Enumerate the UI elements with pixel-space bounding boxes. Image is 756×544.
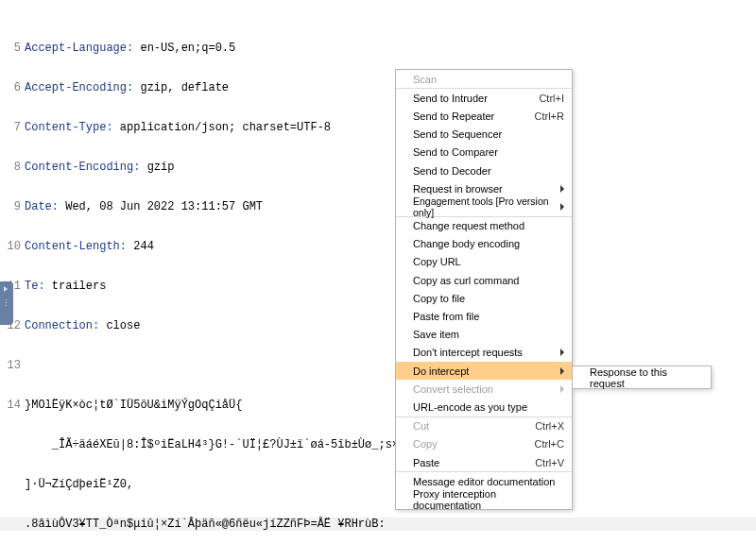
chevron-right-icon <box>560 203 564 211</box>
menu-item-send-comparer[interactable]: Send to Comparer <box>396 144 572 162</box>
line-code: ]·Ü¬ZíÇdþeiË¹Z0, <box>25 478 133 491</box>
menu-item-scan[interactable]: Scan <box>396 70 572 88</box>
shortcut-label: Ctrl+R <box>535 110 564 122</box>
chevron-right-icon <box>4 286 8 292</box>
line-code: Content-Type: application/json; charset=… <box>25 121 331 134</box>
menu-item-copy[interactable]: CopyCtrl+C <box>396 435 572 453</box>
menu-item-send-repeater[interactable]: Send to RepeaterCtrl+R <box>396 107 572 125</box>
editor-line: 5Accept-Language: en-US,en;q=0.5 <box>0 42 756 55</box>
menu-item-save-item[interactable]: Save item <box>396 326 572 344</box>
menu-item-change-request-method[interactable]: Change request method <box>396 217 572 235</box>
editor-line: 14}MOlËÿK×òc¦tØ`IÜ5öU&iMÿÝgOqÇiåÜ{ <box>0 399 756 412</box>
line-code: Connection: close <box>25 319 140 332</box>
editor-line: 8Content-Encoding: gzip <box>0 161 756 174</box>
menu-item-paste-from-file[interactable]: Paste from file <box>396 307 572 325</box>
editor-line-highlighted: .8âìùÔV3¥TT_Òªn$μiû¦×Zí`Âþäñ«@6ñëu«jíZZñ… <box>0 518 756 531</box>
menu-item-change-body-encoding[interactable]: Change body encoding <box>396 235 572 253</box>
line-number: 8 <box>0 161 25 174</box>
context-menu: Scan Send to IntruderCtrl+I Send to Repe… <box>395 69 573 510</box>
line-number: 5 <box>0 42 25 55</box>
menu-item-proxy-docs[interactable]: Proxy interception documentation <box>396 490 572 508</box>
menu-item-dont-intercept[interactable]: Don't intercept requests <box>396 344 572 362</box>
shortcut-label: Ctrl+V <box>535 457 564 468</box>
http-message-editor[interactable]: 5Accept-Language: en-US,en;q=0.5 6Accept… <box>0 0 756 544</box>
menu-item-paste[interactable]: PasteCtrl+V <box>396 453 572 471</box>
menu-item-copy-url[interactable]: Copy URL <box>396 253 572 271</box>
context-submenu-do-intercept: Response to this request <box>572 366 712 389</box>
line-code: Accept-Encoding: gzip, deflate <box>25 81 229 94</box>
chevron-right-icon <box>560 385 564 393</box>
line-number: 9 <box>0 200 25 213</box>
side-panel-handle[interactable] <box>0 281 13 325</box>
menu-item-cut[interactable]: CutCtrl+X <box>396 417 572 435</box>
editor-line: 9Date: Wed, 08 Jun 2022 13:11:57 GMT <box>0 200 756 213</box>
editor-line: 7Content-Type: application/json; charset… <box>0 121 756 134</box>
menu-item-engagement-tools[interactable]: Engagement tools [Pro version only] <box>396 197 572 215</box>
line-code: Content-Encoding: gzip <box>25 161 174 174</box>
editor-line: 11Te: trailers <box>0 280 756 293</box>
menu-item-copy-to-file[interactable]: Copy to file <box>396 289 572 307</box>
editor-line: ]·Ü¬ZíÇdþeiË¹Z0, <box>0 478 756 491</box>
chevron-right-icon <box>560 185 564 193</box>
shortcut-label: Ctrl+I <box>539 93 564 104</box>
line-code: Content-Length: 244 <box>25 240 154 253</box>
menu-item-url-encode-as-you-type[interactable]: URL-encode as you type <box>396 398 572 416</box>
line-code: Date: Wed, 08 Jun 2022 13:11:57 GMT <box>25 200 263 213</box>
menu-item-copy-curl[interactable]: Copy as curl command <box>396 271 572 289</box>
chevron-right-icon <box>560 367 564 375</box>
editor-line: _ÎÃ÷äáéXEū|8:Î$ºiËaLH4³}G!-`UÏ¦£?ÙJ±ï`øá… <box>0 438 756 451</box>
line-number: 13 <box>0 359 25 372</box>
shortcut-label: Ctrl+C <box>535 438 564 450</box>
line-number: 6 <box>0 81 25 94</box>
line-number: 10 <box>0 240 25 253</box>
drag-handle-icon <box>5 298 8 308</box>
line-number: 14 <box>0 399 25 412</box>
editor-line: 12Connection: close <box>0 319 756 332</box>
menu-item-do-intercept[interactable]: Do intercept <box>396 362 572 380</box>
menu-item-send-sequencer[interactable]: Send to Sequencer <box>396 126 572 144</box>
line-number: 7 <box>0 121 25 134</box>
menu-item-convert-selection[interactable]: Convert selection <box>396 380 572 398</box>
chevron-right-icon <box>560 348 564 356</box>
editor-line: 10Content-Length: 244 <box>0 240 756 253</box>
line-code: .8âìùÔV3¥TT_Òªn$μiû¦×Zí`Âþäñ«@6ñëu«jíZZñ… <box>25 518 386 531</box>
shortcut-label: Ctrl+X <box>535 420 564 432</box>
menu-item-send-decoder[interactable]: Send to Decoder <box>396 162 572 179</box>
menu-item-send-intruder[interactable]: Send to IntruderCtrl+I <box>396 89 572 107</box>
menu-item-response-to-this-request[interactable]: Response to this request <box>573 366 711 388</box>
editor-line: 6Accept-Encoding: gzip, deflate <box>0 81 756 94</box>
line-code: Te: trailers <box>25 280 106 293</box>
line-code: }MOlËÿK×òc¦tØ`IÜ5öU&iMÿÝgOqÇiåÜ{ <box>25 399 242 412</box>
line-code: Accept-Language: en-US,en;q=0.5 <box>25 42 235 55</box>
